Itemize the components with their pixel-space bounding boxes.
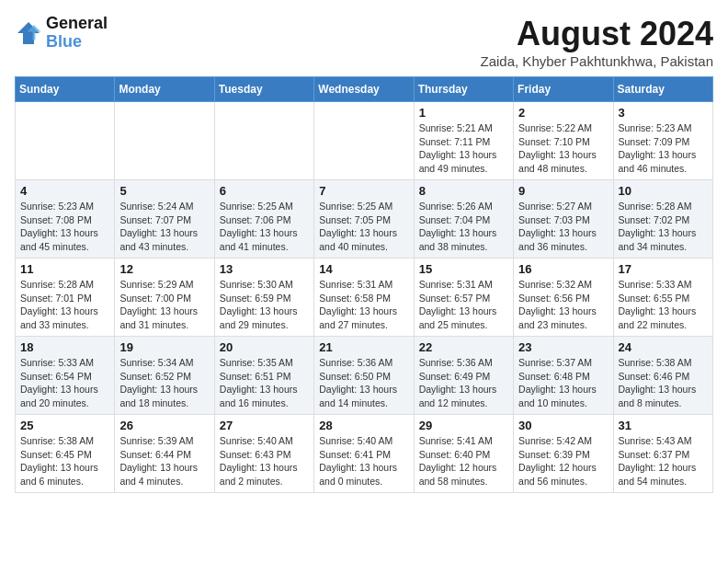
calendar-cell: 14Sunrise: 5:31 AM Sunset: 6:58 PM Dayli… (314, 259, 414, 337)
calendar-cell: 27Sunrise: 5:40 AM Sunset: 6:43 PM Dayli… (214, 415, 313, 493)
logo-icon (15, 19, 42, 47)
day-info: Sunrise: 5:32 AM Sunset: 6:56 PM Dayligh… (518, 278, 608, 332)
calendar-cell: 5Sunrise: 5:24 AM Sunset: 7:07 PM Daylig… (115, 180, 214, 259)
weekday-header-saturday: Saturday (613, 77, 712, 102)
day-info: Sunrise: 5:33 AM Sunset: 6:55 PM Dayligh… (619, 278, 708, 332)
day-number: 9 (518, 184, 608, 198)
calendar-cell: 19Sunrise: 5:34 AM Sunset: 6:52 PM Dayli… (115, 337, 214, 415)
calendar-cell: 3Sunrise: 5:23 AM Sunset: 7:09 PM Daylig… (613, 102, 712, 180)
day-info: Sunrise: 5:38 AM Sunset: 6:45 PM Dayligh… (20, 434, 109, 488)
day-number: 23 (518, 340, 608, 354)
day-info: Sunrise: 5:28 AM Sunset: 7:01 PM Dayligh… (20, 278, 109, 332)
month-year: August 2024 (481, 15, 713, 53)
calendar-cell: 23Sunrise: 5:37 AM Sunset: 6:48 PM Dayli… (514, 337, 613, 415)
calendar-table: SundayMondayTuesdayWednesdayThursdayFrid… (15, 76, 713, 493)
day-info: Sunrise: 5:26 AM Sunset: 7:04 PM Dayligh… (419, 200, 508, 254)
calendar-cell: 29Sunrise: 5:41 AM Sunset: 6:40 PM Dayli… (414, 415, 513, 493)
title-block: August 2024 Zaida, Khyber Pakhtunkhwa, P… (481, 15, 713, 69)
calendar-cell: 13Sunrise: 5:30 AM Sunset: 6:59 PM Dayli… (214, 259, 313, 337)
day-number: 22 (419, 340, 508, 354)
day-number: 26 (119, 419, 209, 432)
day-number: 3 (619, 106, 708, 120)
day-number: 27 (220, 419, 309, 432)
weekday-header-monday: Monday (115, 77, 214, 102)
day-info: Sunrise: 5:23 AM Sunset: 7:08 PM Dayligh… (20, 200, 109, 254)
calendar-cell (314, 102, 414, 180)
day-number: 28 (319, 419, 408, 432)
day-info: Sunrise: 5:38 AM Sunset: 6:46 PM Dayligh… (619, 356, 708, 410)
calendar-cell: 18Sunrise: 5:33 AM Sunset: 6:54 PM Dayli… (16, 337, 115, 415)
calendar-cell: 22Sunrise: 5:36 AM Sunset: 6:49 PM Dayli… (414, 337, 513, 415)
calendar-cell: 28Sunrise: 5:40 AM Sunset: 6:41 PM Dayli… (314, 415, 414, 493)
calendar-cell: 4Sunrise: 5:23 AM Sunset: 7:08 PM Daylig… (16, 180, 115, 259)
day-number: 24 (619, 340, 708, 354)
day-info: Sunrise: 5:30 AM Sunset: 6:59 PM Dayligh… (220, 278, 309, 332)
day-info: Sunrise: 5:25 AM Sunset: 7:06 PM Dayligh… (220, 200, 309, 254)
calendar-cell: 31Sunrise: 5:43 AM Sunset: 6:37 PM Dayli… (613, 415, 712, 493)
day-number: 7 (319, 184, 408, 198)
day-info: Sunrise: 5:34 AM Sunset: 6:52 PM Dayligh… (119, 356, 209, 410)
calendar-cell: 15Sunrise: 5:31 AM Sunset: 6:57 PM Dayli… (414, 259, 513, 337)
day-info: Sunrise: 5:40 AM Sunset: 6:41 PM Dayligh… (319, 434, 408, 488)
day-number: 4 (20, 184, 109, 198)
day-info: Sunrise: 5:24 AM Sunset: 7:07 PM Dayligh… (119, 200, 209, 254)
day-number: 30 (518, 419, 608, 432)
weekday-header-row: SundayMondayTuesdayWednesdayThursdayFrid… (16, 77, 713, 102)
day-number: 19 (119, 340, 209, 354)
day-number: 10 (619, 184, 708, 198)
day-info: Sunrise: 5:36 AM Sunset: 6:49 PM Dayligh… (419, 356, 508, 410)
weekday-header-thursday: Thursday (414, 77, 513, 102)
day-info: Sunrise: 5:43 AM Sunset: 6:37 PM Dayligh… (619, 434, 708, 488)
day-info: Sunrise: 5:42 AM Sunset: 6:39 PM Dayligh… (518, 434, 608, 488)
day-info: Sunrise: 5:22 AM Sunset: 7:10 PM Dayligh… (518, 121, 608, 176)
day-info: Sunrise: 5:23 AM Sunset: 7:09 PM Dayligh… (619, 121, 708, 176)
calendar-cell: 8Sunrise: 5:26 AM Sunset: 7:04 PM Daylig… (414, 180, 513, 259)
calendar-cell: 11Sunrise: 5:28 AM Sunset: 7:01 PM Dayli… (16, 259, 115, 337)
day-number: 21 (319, 340, 408, 354)
week-row-1: 1Sunrise: 5:21 AM Sunset: 7:11 PM Daylig… (16, 102, 713, 180)
day-number: 16 (518, 262, 608, 276)
logo-line1: General (46, 15, 108, 33)
logo-line2: Blue (46, 33, 108, 52)
day-number: 17 (619, 262, 708, 276)
weekday-header-sunday: Sunday (16, 77, 115, 102)
day-number: 6 (220, 184, 309, 198)
day-info: Sunrise: 5:28 AM Sunset: 7:02 PM Dayligh… (619, 200, 708, 254)
calendar-cell: 10Sunrise: 5:28 AM Sunset: 7:02 PM Dayli… (613, 180, 712, 259)
day-info: Sunrise: 5:31 AM Sunset: 6:58 PM Dayligh… (319, 278, 408, 332)
calendar-cell: 1Sunrise: 5:21 AM Sunset: 7:11 PM Daylig… (414, 102, 513, 180)
day-info: Sunrise: 5:40 AM Sunset: 6:43 PM Dayligh… (220, 434, 309, 488)
calendar-cell: 12Sunrise: 5:29 AM Sunset: 7:00 PM Dayli… (115, 259, 214, 337)
calendar-cell (16, 102, 115, 180)
day-number: 13 (220, 262, 309, 276)
weekday-header-wednesday: Wednesday (314, 77, 414, 102)
day-number: 18 (20, 340, 109, 354)
day-number: 31 (619, 419, 708, 432)
week-row-3: 11Sunrise: 5:28 AM Sunset: 7:01 PM Dayli… (16, 259, 713, 337)
day-number: 12 (119, 262, 209, 276)
day-number: 25 (20, 419, 109, 432)
weekday-header-friday: Friday (514, 77, 613, 102)
day-number: 2 (518, 106, 608, 120)
day-number: 15 (419, 262, 508, 276)
day-info: Sunrise: 5:21 AM Sunset: 7:11 PM Dayligh… (419, 121, 508, 176)
day-info: Sunrise: 5:41 AM Sunset: 6:40 PM Dayligh… (419, 434, 508, 488)
day-info: Sunrise: 5:33 AM Sunset: 6:54 PM Dayligh… (20, 356, 109, 410)
calendar-cell (115, 102, 214, 180)
calendar-cell: 16Sunrise: 5:32 AM Sunset: 6:56 PM Dayli… (514, 259, 613, 337)
day-info: Sunrise: 5:39 AM Sunset: 6:44 PM Dayligh… (119, 434, 209, 488)
calendar-cell: 17Sunrise: 5:33 AM Sunset: 6:55 PM Dayli… (613, 259, 712, 337)
week-row-4: 18Sunrise: 5:33 AM Sunset: 6:54 PM Dayli… (16, 337, 713, 415)
day-number: 8 (419, 184, 508, 198)
calendar-cell: 30Sunrise: 5:42 AM Sunset: 6:39 PM Dayli… (514, 415, 613, 493)
calendar-cell: 20Sunrise: 5:35 AM Sunset: 6:51 PM Dayli… (214, 337, 313, 415)
calendar-cell: 25Sunrise: 5:38 AM Sunset: 6:45 PM Dayli… (16, 415, 115, 493)
day-number: 5 (119, 184, 209, 198)
calendar-cell: 21Sunrise: 5:36 AM Sunset: 6:50 PM Dayli… (314, 337, 414, 415)
calendar-cell: 2Sunrise: 5:22 AM Sunset: 7:10 PM Daylig… (514, 102, 613, 180)
day-number: 14 (319, 262, 408, 276)
svg-marker-0 (17, 22, 40, 44)
page-header: General Blue August 2024 Zaida, Khyber P… (15, 15, 713, 69)
day-info: Sunrise: 5:25 AM Sunset: 7:05 PM Dayligh… (319, 200, 408, 254)
calendar-cell: 7Sunrise: 5:25 AM Sunset: 7:05 PM Daylig… (314, 180, 414, 259)
